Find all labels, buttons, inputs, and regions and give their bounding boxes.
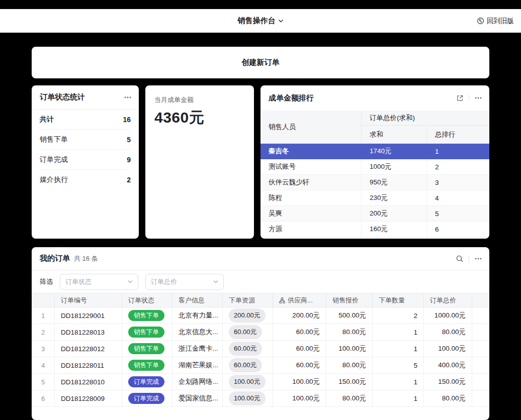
order-no-cell[interactable]: DD181228010 xyxy=(55,374,122,390)
total-cell[interactable]: 80.00元 xyxy=(424,324,472,341)
my-orders-header: 我的订单 共 16 条 xyxy=(32,247,489,270)
qty-cell[interactable]: 1 xyxy=(373,324,424,341)
ranking-card: 成单金额排行 销售人员 订单总价(求和) 求和 总排行 秦吉冬 1740元 1 … xyxy=(260,85,489,239)
status-cell[interactable]: 销售下单 xyxy=(122,357,172,374)
resource-pill: 100.00元 xyxy=(229,375,266,389)
export-icon[interactable] xyxy=(456,94,464,102)
resource-cell[interactable]: 60.00元 xyxy=(223,324,273,341)
total-cell[interactable]: 1000.00元 xyxy=(424,307,472,324)
customer-cell[interactable]: 爱国家信息... xyxy=(172,390,223,407)
page-title: 销售操作台 xyxy=(238,16,276,26)
ranking-row-sum[interactable]: 950元 xyxy=(361,175,426,190)
customer-cell[interactable]: 浙江金鹰卡... xyxy=(172,341,223,357)
customer-cell[interactable]: 北京信息大... xyxy=(172,324,223,341)
ranking-row-name[interactable]: 陈程 xyxy=(260,190,361,206)
resource-cell[interactable]: 60.00元 xyxy=(223,357,273,374)
ranking-card-title: 成单金额排行 xyxy=(269,93,314,103)
customer-cell[interactable]: 企划路网络... xyxy=(172,374,223,390)
status-cell[interactable]: 销售下单 xyxy=(122,307,172,324)
ranking-card-actions xyxy=(456,94,482,102)
status-cell[interactable]: 订单完成 xyxy=(122,390,172,407)
search-icon[interactable] xyxy=(456,255,464,263)
dropdown-placeholder: 订单状态 xyxy=(65,277,92,286)
ranking-row-sum[interactable]: 200元 xyxy=(361,206,426,222)
ranking-row-sum[interactable]: 230元 xyxy=(361,190,426,206)
order-no-cell[interactable]: DD181228013 xyxy=(55,324,122,341)
column-header-customer: 客户信息 xyxy=(172,293,223,307)
quote-cell[interactable]: 150.00元 xyxy=(326,374,373,390)
row-number: 1 xyxy=(32,307,55,324)
total-cell[interactable]: 400.00元 xyxy=(424,357,472,374)
qty-cell[interactable]: 1 xyxy=(373,341,424,357)
total-cell[interactable]: 80.00元 xyxy=(424,390,472,407)
filler-cell xyxy=(472,390,489,407)
supplier-cell[interactable]: 100.00元 xyxy=(273,390,326,407)
ranking-row-name[interactable]: 秦吉冬 xyxy=(260,144,361,159)
more-icon[interactable] xyxy=(474,255,482,263)
quote-cell[interactable]: 500.00元 xyxy=(326,307,373,324)
order-status-card-title: 订单状态统计 xyxy=(40,92,85,102)
order-status-filter-dropdown[interactable]: 订单状态 xyxy=(60,274,138,290)
ranking-row-name[interactable]: 测试账号 xyxy=(260,159,361,175)
supplier-cell[interactable]: 60.00元 xyxy=(273,324,326,341)
back-to-old-version-link[interactable]: 回到旧版 xyxy=(477,9,514,33)
more-icon[interactable] xyxy=(124,93,132,101)
order-no-cell[interactable]: DD181228011 xyxy=(55,357,122,374)
ranking-row-name[interactable]: 方源 xyxy=(260,222,361,237)
create-order-button[interactable]: 创建新订单 xyxy=(32,47,489,78)
ranking-row-rank[interactable]: 1 xyxy=(426,144,489,159)
dashboard-switcher[interactable]: 销售操作台 xyxy=(238,9,284,33)
supplier-cell[interactable]: 200.00元 xyxy=(273,307,326,324)
ranking-row-rank[interactable]: 3 xyxy=(426,175,489,190)
ranking-row-rank[interactable]: 5 xyxy=(426,206,489,222)
ranking-row-rank[interactable]: 2 xyxy=(426,159,489,175)
filler-cell xyxy=(472,357,489,374)
quote-cell[interactable]: 100.00元 xyxy=(326,341,373,357)
resource-cell[interactable]: 60.00元 xyxy=(223,341,273,357)
more-icon[interactable] xyxy=(474,94,482,102)
order-no-cell[interactable]: DD181228009 xyxy=(55,390,122,407)
supplier-cell[interactable]: 100.00元 xyxy=(273,374,326,390)
qty-cell[interactable]: 5 xyxy=(373,357,424,374)
ranking-row-name[interactable]: 吴爽 xyxy=(260,206,361,222)
customer-cell[interactable]: 湖南芒果娱... xyxy=(172,357,223,374)
quote-cell[interactable]: 80.00元 xyxy=(326,390,373,407)
status-cell[interactable]: 销售下单 xyxy=(122,341,172,357)
row-number: 6 xyxy=(32,390,55,407)
order-total-filter-dropdown[interactable]: 订单总价 xyxy=(145,274,224,290)
order-status-card: 订单状态统计 共计 16 销售下单 5 订单完成 9 媒介执行 2 xyxy=(32,85,139,239)
ranking-table: 销售人员 订单总价(求和) 求和 总排行 秦吉冬 1740元 1 测试账号 10… xyxy=(260,111,489,237)
resource-cell[interactable]: 200.00元 xyxy=(223,307,273,324)
qty-cell[interactable]: 1 xyxy=(373,390,424,407)
create-order-label: 创建新订单 xyxy=(242,58,280,67)
status-row-media[interactable]: 媒介执行 2 xyxy=(40,170,131,190)
column-header-person: 销售人员 xyxy=(260,111,361,144)
status-row-sales[interactable]: 销售下单 5 xyxy=(40,130,131,150)
status-row-done[interactable]: 订单完成 9 xyxy=(40,150,131,170)
chevron-down-icon xyxy=(279,19,284,23)
supplier-cell[interactable]: 60.00元 xyxy=(273,341,326,357)
ranking-row-name[interactable]: 伙伴云魏少轩 xyxy=(260,175,361,190)
status-cell[interactable]: 订单完成 xyxy=(122,374,172,390)
qty-cell[interactable]: 2 xyxy=(373,307,424,324)
quote-cell[interactable]: 80.00元 xyxy=(326,324,373,341)
ranking-row-sum[interactable]: 1000元 xyxy=(361,159,426,175)
filler-cell xyxy=(472,341,489,357)
status-badge: 销售下单 xyxy=(128,310,164,322)
total-cell[interactable]: 150.00元 xyxy=(424,374,472,390)
ranking-row-rank[interactable]: 6 xyxy=(426,222,489,237)
ranking-row-rank[interactable]: 4 xyxy=(426,190,489,206)
customer-cell[interactable]: 北京有力量... xyxy=(172,307,223,324)
quote-cell[interactable]: 80.00元 xyxy=(326,357,373,374)
status-cell[interactable]: 销售下单 xyxy=(122,324,172,341)
order-no-cell[interactable]: DD181229001 xyxy=(55,307,122,324)
status-row-total[interactable]: 共计 16 xyxy=(40,110,131,130)
order-no-cell[interactable]: DD181228012 xyxy=(55,341,122,357)
supplier-cell[interactable]: 60.00元 xyxy=(273,357,326,374)
resource-cell[interactable]: 100.00元 xyxy=(223,374,273,390)
ranking-row-sum[interactable]: 160元 xyxy=(361,222,426,237)
qty-cell[interactable]: 1 xyxy=(373,374,424,390)
ranking-row-sum[interactable]: 1740元 xyxy=(361,144,426,159)
total-cell[interactable]: 100.00元 xyxy=(424,341,472,357)
resource-cell[interactable]: 100.00元 xyxy=(223,390,273,407)
